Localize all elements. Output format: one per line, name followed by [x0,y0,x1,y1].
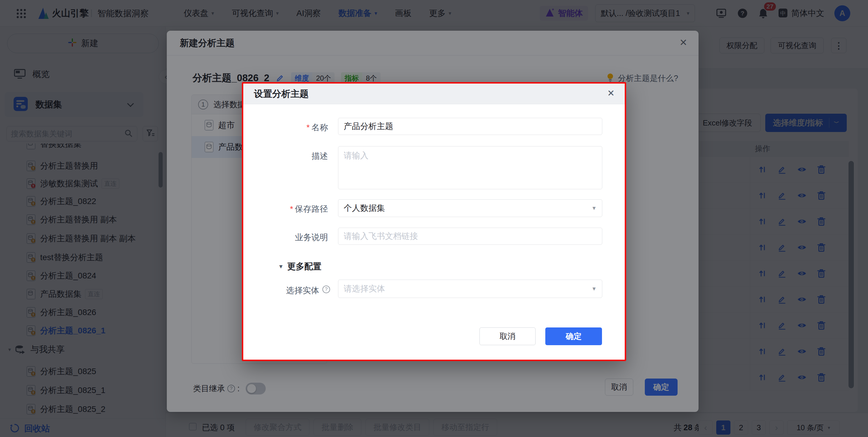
entity-select[interactable]: 请选择实体 ▼ [338,280,602,298]
dialog-confirm-button[interactable]: 确定 [545,327,602,345]
more-config-label: 更多配置 [287,261,321,273]
dialog-cancel-button[interactable]: 取消 [479,327,535,345]
required-star: * [290,204,293,214]
biz-note-field[interactable] [338,228,602,245]
triangle-down-icon: ▼ [278,263,284,270]
entity-placeholder: 请选择实体 [344,283,385,294]
close-icon[interactable]: ✕ [607,89,615,98]
save-path-select[interactable]: 个人数据集 ▼ [338,199,602,217]
save-path-label: *保存路径 [272,204,328,215]
triangle-down-icon: ▼ [591,286,597,292]
screen: 火山引擎 | 智能数据洞察 仪表盘▾可视化查询▾AI洞察数据准备▾画板更多▾ 智… [0,0,868,437]
required-star: * [306,123,310,132]
triangle-down-icon: ▼ [591,205,597,211]
set-theme-dialog: 设置分析主题 ✕ *名称 描述 *保存路径 个人数据集 ▼ 业务说明 ▼ 更多配… [242,82,626,361]
description-label: 描述 [272,151,328,162]
name-field[interactable] [338,118,602,135]
description-field[interactable] [338,146,602,189]
entity-label: 选择实体 [263,285,319,296]
name-label: *名称 [272,122,328,133]
help-circle-icon [322,285,330,293]
dialog-header: 设置分析主题 ✕ [243,84,625,104]
more-config-toggle[interactable]: ▼ 更多配置 [278,261,321,273]
biz-note-label: 业务说明 [272,232,328,243]
dialog-title: 设置分析主题 [254,84,309,104]
save-path-value: 个人数据集 [344,202,385,214]
